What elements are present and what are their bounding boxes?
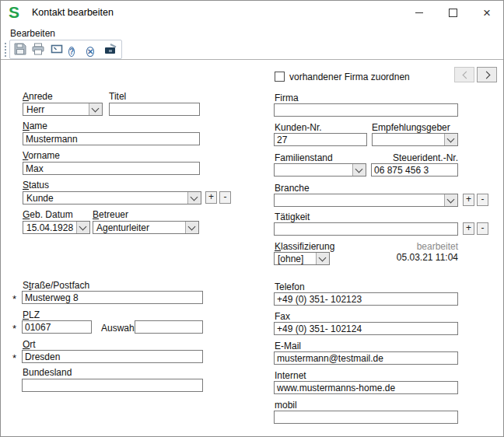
name-input[interactable]: [23, 132, 200, 145]
close-icon: ×: [483, 6, 491, 19]
empfehlungsgeber-dropdown-button[interactable]: [444, 134, 457, 145]
status-combobox[interactable]: Kunde: [23, 191, 201, 205]
kunden-nr-input[interactable]: [274, 133, 367, 146]
required-marker: *: [12, 323, 16, 334]
toolbar-group: ? ✕: [9, 40, 122, 59]
chevron-down-icon: [355, 166, 363, 173]
mobil-input[interactable]: [274, 411, 458, 424]
bundesland-input[interactable]: [22, 379, 203, 392]
anrede-dropdown-button[interactable]: [89, 103, 102, 115]
familienstand-label: Familienstand: [275, 152, 333, 163]
betreuer-value: Agenturleiter: [96, 222, 149, 233]
taetigkeit-add-button[interactable]: +: [463, 222, 474, 235]
close-button[interactable]: ×: [474, 1, 499, 24]
next-record-button[interactable]: [477, 67, 497, 82]
betreuer-dropdown-button[interactable]: [185, 222, 198, 233]
plz-label: PLZ: [23, 309, 40, 320]
help-button[interactable]: ?: [68, 44, 81, 56]
fax-input[interactable]: [274, 322, 458, 335]
prev-record-button[interactable]: [454, 67, 474, 82]
status-remove-button[interactable]: -: [219, 191, 231, 204]
print-button[interactable]: [32, 43, 44, 55]
chevron-right-icon: [483, 72, 491, 79]
branche-combobox[interactable]: [274, 194, 458, 207]
familienstand-dropdown-button[interactable]: [352, 164, 366, 176]
klassifizierung-dropdown-button[interactable]: [316, 253, 329, 264]
maximize-button[interactable]: [440, 1, 465, 24]
betreuer-combobox[interactable]: Agenturleiter: [93, 221, 199, 234]
menu-bar: Bearbeiten: [1, 24, 503, 41]
cancel-button[interactable]: ✕: [86, 44, 99, 56]
bearbeitet-timestamp: 05.03.21 11:04: [357, 252, 458, 263]
bearbeitet-label: bearbeitet: [357, 241, 458, 252]
taetigkeit-input[interactable]: [274, 222, 458, 236]
chevron-down-icon: [92, 105, 100, 113]
card-file-icon: [104, 43, 117, 55]
email-input[interactable]: [274, 351, 458, 365]
ort-input[interactable]: [22, 350, 203, 363]
toolbar-grip[interactable]: [5, 43, 6, 57]
toolbar: ? ✕: [1, 40, 503, 59]
branche-label: Branche: [275, 183, 310, 194]
empfehlungsgeber-combobox[interactable]: [372, 133, 458, 146]
firma-input[interactable]: [274, 103, 458, 117]
familienstand-combobox[interactable]: [274, 163, 366, 177]
branche-remove-button[interactable]: -: [477, 194, 488, 206]
required-marker: *: [12, 293, 16, 305]
maximize-icon: [449, 9, 457, 17]
anrede-label: Anrede: [23, 91, 53, 102]
assign-company-label[interactable]: vorhandener Firma zuordnen: [289, 72, 410, 82]
klassifizierung-combobox[interactable]: [ohne]: [274, 252, 330, 265]
geb-datum-dropdown-button[interactable]: [76, 222, 89, 233]
cancel-icon: ✕: [86, 47, 94, 57]
print-icon: [32, 43, 44, 55]
note-button[interactable]: [51, 43, 63, 55]
firma-label: Firma: [275, 93, 299, 103]
status-dropdown-button[interactable]: [187, 192, 201, 204]
note-icon: [51, 43, 63, 55]
titel-label: Titel: [109, 91, 126, 102]
vorname-input[interactable]: [23, 162, 200, 175]
chevron-down-icon: [79, 223, 87, 231]
auswahl-label: Auswahl: [101, 323, 136, 334]
save-button[interactable]: [14, 43, 26, 55]
menu-bearbeiten[interactable]: Bearbeiten: [7, 27, 58, 40]
internet-label: Internet: [275, 370, 306, 381]
steuerident-label: Steuerident.-Nr.: [359, 152, 458, 163]
titel-input[interactable]: [109, 103, 200, 116]
window-title: Kontakt bearbeiten: [32, 7, 114, 18]
strasse-input[interactable]: [22, 291, 203, 304]
chevron-down-icon: [447, 196, 455, 204]
card-file-button[interactable]: [104, 43, 117, 55]
save-icon: [14, 43, 26, 55]
empfehlungsgeber-label: Empfehlungsgeber: [372, 122, 450, 133]
anrede-combobox[interactable]: Herr: [23, 103, 103, 116]
ort-label: Ort: [23, 339, 36, 350]
toolbar-separator: [1, 59, 503, 60]
branche-dropdown-button[interactable]: [444, 194, 457, 206]
geb-datum-value: 15.04.1928: [26, 222, 73, 233]
assign-company-checkbox[interactable]: [275, 72, 285, 82]
fax-label: Fax: [275, 311, 290, 322]
required-marker: *: [12, 352, 16, 364]
taetigkeit-remove-button[interactable]: -: [477, 222, 488, 235]
steuerident-input[interactable]: [371, 163, 458, 177]
plz-input[interactable]: [22, 320, 92, 334]
status-value: Kunde: [26, 193, 54, 204]
status-add-button[interactable]: +: [205, 191, 217, 204]
auswahl-input[interactable]: [135, 320, 203, 334]
branche-add-button[interactable]: +: [463, 194, 474, 206]
chevron-left-icon: [463, 72, 471, 79]
name-label: Name: [23, 121, 47, 131]
internet-input[interactable]: [274, 381, 458, 394]
kunden-nr-label: Kunden-Nr.: [275, 122, 322, 133]
telefon-input[interactable]: [274, 292, 458, 306]
betreuer-label: Betreuer: [93, 209, 128, 220]
geb-datum-combobox[interactable]: 15.04.1928: [23, 221, 90, 234]
minimize-icon: [415, 12, 423, 13]
minimize-button[interactable]: [407, 1, 432, 24]
geb-datum-label: Geb. Datum: [23, 209, 73, 220]
status-label: Status: [23, 180, 49, 191]
strasse-label: Straße/Postfach: [23, 280, 89, 291]
taetigkeit-label: Tätigkeit: [275, 212, 310, 222]
